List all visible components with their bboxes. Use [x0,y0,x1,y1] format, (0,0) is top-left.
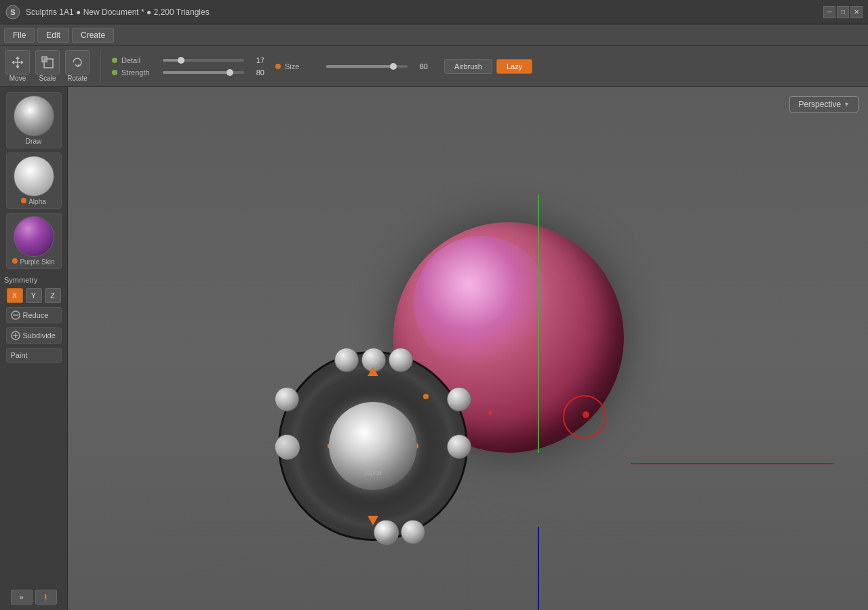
strength-slider[interactable] [163,71,244,74]
menubar: File Edit Create [0,24,868,46]
skin-orange-dot [12,258,18,264]
viewport[interactable]: Alpha Perspective [68,87,868,610]
detail-value: 17 [248,56,264,64]
alpha-brush-card[interactable]: Alpha [6,152,62,209]
alpha-brush-preview [14,156,54,197]
scale-label: Scale [39,75,56,82]
wheel-dot-topright [423,394,429,399]
move-label: Move [9,75,26,82]
size-slider[interactable] [326,65,408,68]
svg-text:S: S [10,8,15,16]
fast-forward-icon[interactable]: » [11,590,33,605]
mini-sphere-5[interactable] [447,434,471,459]
wheel-inner-label: Alpha [364,469,382,476]
toolbar: Move Scale Rotate [0,46,868,87]
strength-value: 80 [248,68,264,77]
wheel-inner-sphere: Alpha [329,402,417,490]
symmetry-buttons: X Y Z [7,288,61,303]
app-title: Sculptris 1A1 ● New Document * ● 2,200 T… [26,7,822,17]
symmetry-z-button[interactable]: Z [45,288,61,303]
mini-sphere-6[interactable] [401,520,425,544]
reduce-icon [11,310,20,320]
z-axis-line [538,527,539,610]
sidebar: Draw Alpha Purple Skin Symmetry X Y Z [0,87,68,610]
file-menu[interactable]: File [4,28,35,43]
symmetry-y-button[interactable]: Y [26,288,42,303]
titlebar: S Sculptris 1A1 ● New Document * ● 2,200… [0,0,868,24]
mini-sphere-1[interactable] [334,348,359,372]
size-value: 80 [412,62,428,70]
size-label: Size [285,62,322,70]
brush-cursor-dot [488,411,492,415]
symmetry-x-button[interactable]: X [7,288,23,303]
toolbar-divider [100,50,101,83]
size-dot [275,64,281,69]
strength-dot [112,70,117,75]
scale-icon [35,50,60,75]
draw-brush-preview [14,96,54,136]
draw-brush-card[interactable]: Draw [6,92,62,148]
mini-sphere-8[interactable] [275,387,299,411]
y-axis-line [538,195,539,453]
tri-down-indicator [368,516,378,525]
close-button[interactable]: ✕ [850,6,863,18]
mini-sphere-9[interactable] [275,434,299,459]
rotate-icon [65,50,90,75]
subdivide-icon [11,331,20,340]
mini-sphere-4[interactable] [447,387,471,411]
strength-row: Strength 80 [112,68,264,77]
app-logo: S [5,5,20,20]
skin-brush-label: Purple Skin [20,258,54,266]
airbrush-button[interactable]: Airbrush [444,59,492,74]
reduce-button[interactable]: Reduce [6,307,62,323]
paint-button[interactable]: Paint [6,348,62,363]
subdivide-button[interactable]: Subdivide [6,327,62,344]
skin-brush-preview [14,216,54,257]
main-area: Draw Alpha Purple Skin Symmetry X Y Z [0,87,868,610]
rotate-label: Rotate [67,75,87,82]
detail-row: Detail 17 [112,56,264,64]
draw-brush-label: Draw [26,138,41,145]
size-row: Size 80 [275,62,428,70]
wheel-outer-ring: Alpha [278,351,468,541]
scale-tool[interactable]: Scale [35,50,60,82]
skin-brush-card[interactable]: Purple Skin [6,213,62,269]
create-menu[interactable]: Create [72,28,114,43]
symmetry-label: Symmetry [4,276,38,284]
strength-label: Strength [121,68,159,77]
rotate-tool[interactable]: Rotate [65,50,90,82]
detail-dot [112,58,117,63]
minimize-button[interactable]: ─ [823,6,835,18]
figure-icon[interactable]: 🚶 [35,590,57,605]
move-tool[interactable]: Move [5,50,30,82]
detail-slider[interactable] [163,59,244,62]
tri-up-indicator [368,367,378,376]
edit-menu[interactable]: Edit [37,28,69,43]
mini-sphere-3[interactable] [389,348,413,372]
perspective-button[interactable]: Perspective [789,96,859,113]
alpha-wheel[interactable]: Alpha [278,351,468,541]
alpha-brush-label: Alpha [28,198,46,205]
maximize-button[interactable]: □ [837,6,849,18]
brush-cursor-center [583,411,589,418]
transform-tools: Move Scale Rotate [5,50,90,82]
alpha-orange-dot [21,198,26,203]
detail-strength-sliders: Detail 17 Strength 80 [112,56,264,77]
perspective-label: Perspective [798,100,841,109]
x-axis-line [631,463,834,464]
size-slider-group: Size 80 [275,62,428,70]
move-icon [5,50,30,75]
lazy-button[interactable]: Lazy [496,59,532,74]
detail-label: Detail [121,56,159,64]
